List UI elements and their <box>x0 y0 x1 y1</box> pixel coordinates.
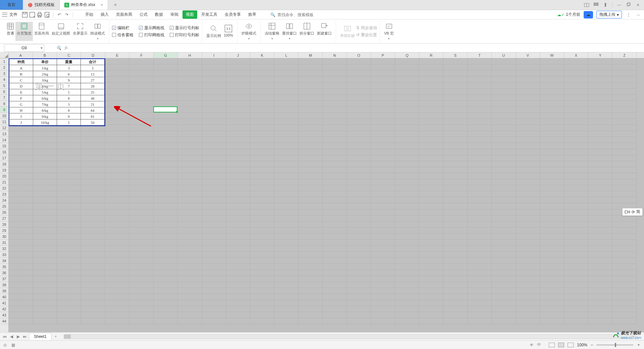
cell-V28[interactable] <box>516 221 540 228</box>
cell-C27[interactable] <box>57 215 81 221</box>
close-window-icon[interactable]: ✕ <box>635 2 641 8</box>
cell-P36[interactable] <box>371 270 395 276</box>
cell-V42[interactable] <box>516 306 540 312</box>
cell-E43[interactable] <box>105 312 129 318</box>
tablet-mode-icon[interactable] <box>584 2 589 8</box>
cell-Q24[interactable] <box>395 197 419 203</box>
cell-S3[interactable] <box>443 70 468 77</box>
cell-K39[interactable] <box>250 288 274 294</box>
cell-M7[interactable] <box>299 95 323 101</box>
cell-X16[interactable] <box>564 149 588 155</box>
cell-O19[interactable] <box>347 167 371 173</box>
cell-O15[interactable] <box>347 143 371 149</box>
cell-I11[interactable] <box>202 119 226 125</box>
cell-S12[interactable] <box>443 125 468 131</box>
cell-I20[interactable] <box>202 173 226 179</box>
cell-D19[interactable] <box>81 167 105 173</box>
cell-X15[interactable] <box>564 143 588 149</box>
cell-N3[interactable] <box>323 70 347 77</box>
cell-X37[interactable] <box>564 276 588 282</box>
cell-Y12[interactable] <box>588 125 612 131</box>
cell-T27[interactable] <box>468 215 492 221</box>
cell-B16[interactable] <box>33 149 57 155</box>
cell-M40[interactable] <box>299 294 323 300</box>
cell-K28[interactable] <box>250 221 274 228</box>
cell-U26[interactable] <box>492 209 516 215</box>
cell-C15[interactable] <box>57 143 81 149</box>
row-header-43[interactable]: 43 <box>0 312 8 318</box>
cell-B26[interactable] <box>33 209 57 215</box>
cell-S39[interactable] <box>443 288 468 294</box>
cell-U34[interactable] <box>492 258 516 264</box>
cell-W19[interactable] <box>540 167 564 173</box>
row-header-34[interactable]: 34 <box>0 258 8 264</box>
cell-T39[interactable] <box>468 288 492 294</box>
cell-O10[interactable] <box>347 113 371 119</box>
cell-C26[interactable] <box>57 209 81 215</box>
cell-C17[interactable] <box>57 155 81 161</box>
row-header-29[interactable]: 29 <box>0 228 8 234</box>
cell-P20[interactable] <box>371 173 395 179</box>
cell-I25[interactable] <box>202 203 226 209</box>
cell-V17[interactable] <box>516 155 540 161</box>
cell-M9[interactable] <box>299 107 323 113</box>
cell-G43[interactable] <box>154 312 178 318</box>
cell-O28[interactable] <box>347 221 371 228</box>
cell-W2[interactable] <box>540 64 564 70</box>
cell-X18[interactable] <box>564 161 588 167</box>
cell-H34[interactable] <box>178 258 202 264</box>
cell-C41[interactable] <box>57 300 81 306</box>
cell-Y19[interactable] <box>588 167 612 173</box>
cell-T33[interactable] <box>468 252 492 258</box>
cell-H30[interactable] <box>178 234 202 240</box>
cell-T19[interactable] <box>468 167 492 173</box>
cell-S27[interactable] <box>443 215 468 221</box>
cell-H39[interactable] <box>178 288 202 294</box>
cell-L20[interactable] <box>274 173 299 179</box>
cell-U7[interactable] <box>492 95 516 101</box>
cell-I18[interactable] <box>202 161 226 167</box>
cell-H24[interactable] <box>178 197 202 203</box>
zoom-ratio-button[interactable]: 显示比例 <box>205 24 222 39</box>
cell-Z23[interactable] <box>612 191 637 197</box>
cell-G30[interactable] <box>154 234 178 240</box>
cell-V3[interactable] <box>516 70 540 77</box>
cell-F29[interactable] <box>129 228 154 234</box>
cell-K4[interactable] <box>250 77 274 83</box>
cell-Q8[interactable] <box>395 101 419 107</box>
cell-P12[interactable] <box>371 125 395 131</box>
cell-A15[interactable] <box>9 143 33 149</box>
cell-Q41[interactable] <box>395 300 419 306</box>
cell-I7[interactable] <box>202 95 226 101</box>
cell-H40[interactable] <box>178 294 202 300</box>
cell-D30[interactable] <box>81 234 105 240</box>
cell-X5[interactable] <box>564 83 588 89</box>
cell-P40[interactable] <box>371 294 395 300</box>
view-reading-button[interactable]: 阅读模式▾ <box>89 22 106 41</box>
cell-N2[interactable] <box>323 64 347 70</box>
cell-Y21[interactable] <box>588 179 612 185</box>
row-header-20[interactable]: 20 <box>0 173 8 179</box>
cell-M26[interactable] <box>299 209 323 215</box>
cell-H38[interactable] <box>178 282 202 288</box>
cell-N33[interactable] <box>323 252 347 258</box>
cell-D22[interactable] <box>81 185 105 191</box>
menu-tab-0[interactable]: 开始 <box>82 10 97 19</box>
cell-P8[interactable] <box>371 101 395 107</box>
cell-O31[interactable] <box>347 240 371 246</box>
cell-Y35[interactable] <box>588 264 612 270</box>
cell-W35[interactable] <box>540 264 564 270</box>
row-header-19[interactable]: 19 <box>0 167 8 173</box>
cell-T42[interactable] <box>468 306 492 312</box>
cell-N40[interactable] <box>323 294 347 300</box>
cell-R24[interactable] <box>419 197 443 203</box>
menu-tab-6[interactable]: 视图 <box>182 10 197 19</box>
fx-icon[interactable]: fx <box>65 45 68 50</box>
cell-J17[interactable] <box>226 155 250 161</box>
cell-K30[interactable] <box>250 234 274 240</box>
cell-Y20[interactable] <box>588 173 612 179</box>
cell-H17[interactable] <box>178 155 202 161</box>
cell-Q26[interactable] <box>395 209 419 215</box>
cell-J3[interactable] <box>226 70 250 77</box>
cell-N43[interactable] <box>323 312 347 318</box>
